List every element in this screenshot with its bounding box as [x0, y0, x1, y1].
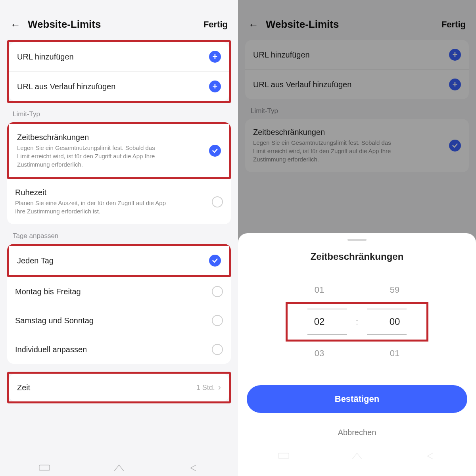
nav-recent-icon[interactable]: [38, 463, 50, 472]
time-picker-sheet: Zeitbeschränkungen 01 59 02 : 00: [238, 233, 476, 476]
nav-bar: [247, 446, 467, 464]
time-separator: :: [355, 317, 359, 326]
minutes-current[interactable]: 00: [375, 316, 415, 327]
time-limits-row[interactable]: Zeitbeschränkungen Legen Sie ein Gesamtn…: [9, 124, 229, 177]
time-label: Zeit: [17, 383, 196, 392]
add-url-label: URL hinzufügen: [17, 52, 209, 61]
page-title: Website-Limits: [28, 18, 203, 31]
wheel-line: [307, 334, 347, 335]
screen-left: ← Website-Limits Fertig URL hinzufügen +…: [0, 0, 238, 476]
nav-bar: [7, 458, 231, 476]
confirm-button[interactable]: Bestätigen: [247, 385, 467, 413]
add-url-history-row[interactable]: URL aus Verlauf hinzufügen +: [9, 71, 229, 101]
days-section-label: Tage anpassen: [7, 232, 231, 244]
nav-back-icon[interactable]: [424, 451, 436, 460]
wheel-line: [307, 309, 347, 309]
time-row-highlight: Zeit 1 Std. ›: [7, 372, 231, 403]
hours-prev[interactable]: 01: [299, 285, 339, 295]
radio-empty-icon[interactable]: [212, 315, 223, 326]
svg-rect-0: [39, 465, 50, 470]
time-wheel[interactable]: 01 59 02 : 00 03: [247, 278, 467, 365]
back-arrow-icon[interactable]: ←: [248, 19, 259, 30]
radio-empty-icon[interactable]: [212, 286, 223, 297]
header: ← Website-Limits Fertig: [7, 7, 231, 40]
every-day-row[interactable]: Jeden Tag: [9, 246, 229, 275]
every-day-label: Jeden Tag: [17, 256, 209, 265]
sheet-title: Zeitbeschränkungen: [311, 251, 404, 262]
add-url-row[interactable]: URL hinzufügen +: [9, 42, 229, 71]
done-button[interactable]: Fertig: [203, 19, 228, 30]
check-icon: [449, 140, 461, 152]
page-title: Website-Limits: [266, 18, 441, 31]
rest-time-row[interactable]: Ruhezeit Planen Sie eine Auszeit, in der…: [7, 179, 231, 224]
mon-fri-label: Montag bis Freitag: [15, 287, 212, 296]
add-url-row[interactable]: URL hinzufügen +: [245, 40, 469, 69]
limit-type-card: Zeitbeschränkungen Legen Sie ein Gesamtn…: [7, 122, 231, 224]
sheet-grabber[interactable]: [347, 239, 367, 241]
back-arrow-icon[interactable]: ←: [10, 19, 21, 30]
nav-home-icon[interactable]: [113, 463, 125, 472]
check-icon: [209, 145, 221, 157]
nav-back-icon[interactable]: [188, 463, 200, 472]
done-button[interactable]: Fertig: [441, 19, 466, 30]
days-card: Jeden Tag Montag bis Freitag Samstag und…: [7, 244, 231, 364]
plus-icon[interactable]: +: [209, 51, 221, 63]
wheel-line: [367, 334, 407, 335]
limit-type-card: Zeitbeschränkungen Legen Sie ein Gesamtn…: [245, 119, 469, 172]
time-row[interactable]: Zeit 1 Std. ›: [9, 374, 229, 401]
every-day-highlight: Jeden Tag: [7, 244, 231, 277]
minutes-next[interactable]: 01: [375, 348, 415, 359]
time-current-highlight: 02 : 00: [286, 302, 428, 342]
cancel-button[interactable]: Abbrechen: [330, 425, 384, 440]
time-card: Zeit 1 Std. ›: [9, 374, 229, 401]
hours-next[interactable]: 03: [299, 348, 339, 359]
radio-empty-icon[interactable]: [212, 344, 223, 355]
url-card-highlight: URL hinzufügen + URL aus Verlauf hinzufü…: [7, 40, 231, 103]
sat-sun-label: Samstag und Sonntag: [15, 316, 212, 325]
wheel-line: [367, 309, 407, 309]
check-icon: [209, 255, 221, 267]
rest-time-title: Ruhezeit: [15, 188, 212, 197]
time-limits-desc: Legen Sie ein Gesamtnutzungslimit fest. …: [253, 138, 404, 163]
custom-days-label: Individuell anpassen: [15, 345, 212, 354]
screen-right: ← Website-Limits Fertig URL hinzufügen +…: [238, 0, 476, 476]
time-limits-title: Zeitbeschränkungen: [17, 133, 209, 142]
rest-time-desc: Planen Sie eine Auszeit, in der für den …: [15, 199, 166, 215]
hours-current[interactable]: 02: [299, 316, 339, 327]
plus-icon[interactable]: +: [449, 79, 461, 90]
add-url-history-label: URL aus Verlauf hinzufügen: [17, 82, 209, 91]
header: ← Website-Limits Fertig: [245, 7, 469, 40]
plus-icon[interactable]: +: [209, 81, 221, 92]
nav-recent-icon[interactable]: [278, 451, 290, 460]
mon-fri-row[interactable]: Montag bis Freitag: [7, 277, 231, 306]
time-value: 1 Std.: [196, 384, 215, 392]
plus-icon[interactable]: +: [449, 49, 461, 61]
chevron-right-icon: ›: [218, 382, 221, 393]
limit-type-section-label: Limit-Typ: [245, 107, 469, 119]
time-limits-highlight: Zeitbeschränkungen Legen Sie ein Gesamtn…: [7, 122, 231, 179]
sat-sun-row[interactable]: Samstag und Sonntag: [7, 306, 231, 335]
screen-left-bg: ← Website-Limits Fertig URL hinzufügen +…: [0, 0, 238, 476]
custom-days-row[interactable]: Individuell anpassen: [7, 335, 231, 364]
url-card: URL hinzufügen + URL aus Verlauf hinzufü…: [9, 42, 229, 101]
limit-type-section-label: Limit-Typ: [7, 110, 231, 122]
radio-empty-icon[interactable]: [212, 196, 223, 207]
add-url-history-label: URL aus Verlauf hinzufügen: [253, 80, 449, 89]
svg-rect-1: [278, 453, 288, 458]
nav-home-icon[interactable]: [351, 451, 363, 460]
time-limits-title: Zeitbeschränkungen: [253, 128, 449, 137]
url-card: URL hinzufügen + URL aus Verlauf hinzufü…: [245, 40, 469, 99]
add-url-history-row[interactable]: URL aus Verlauf hinzufügen +: [245, 69, 469, 99]
add-url-label: URL hinzufügen: [253, 50, 449, 60]
time-limits-row[interactable]: Zeitbeschränkungen Legen Sie ein Gesamtn…: [245, 119, 469, 172]
time-limits-desc: Legen Sie ein Gesamtnutzungslimit fest. …: [17, 144, 168, 169]
minutes-prev[interactable]: 59: [375, 285, 415, 295]
